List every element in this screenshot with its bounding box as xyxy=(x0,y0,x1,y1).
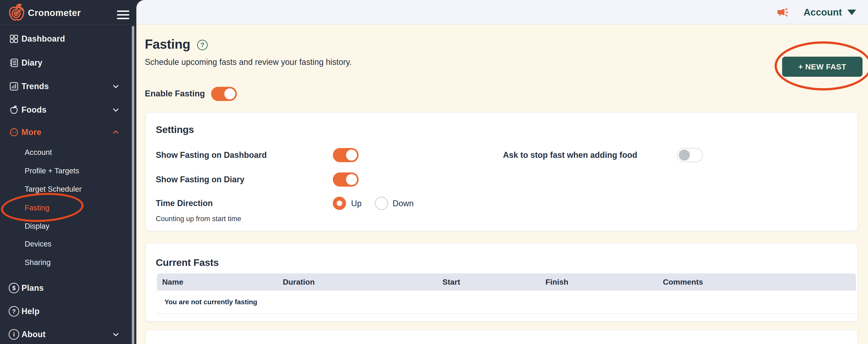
enable-fasting-toggle[interactable] xyxy=(211,87,237,101)
subitem-label: Sharing xyxy=(25,258,51,267)
time-direction-radio-up[interactable] xyxy=(333,197,346,210)
sidebar-item-label: About xyxy=(22,330,45,339)
dollar-circle-icon: $ xyxy=(9,283,19,293)
sidebar-subitem-target-scheduler[interactable]: Target Scheduler xyxy=(0,183,136,196)
sidebar-item-about[interactable]: i About xyxy=(0,327,136,342)
sidebar-item-label: Plans xyxy=(22,283,44,293)
time-direction-radio-down[interactable] xyxy=(375,197,388,210)
show-fasting-dashboard-label: Show Fasting on Dashboard xyxy=(156,150,267,160)
diary-icon xyxy=(9,58,19,68)
sidebar-item-label: Diary xyxy=(22,58,42,68)
apple-icon xyxy=(9,105,19,115)
sidebar-item-more[interactable]: More xyxy=(0,125,136,139)
dashboard-grid-icon xyxy=(9,34,19,44)
column-header-duration: Duration xyxy=(283,274,315,290)
question-circle-icon: ? xyxy=(9,306,19,317)
more-ellipsis-icon xyxy=(9,127,19,137)
sidebar-item-help[interactable]: ? Help xyxy=(0,304,136,319)
current-fasts-table: Name Duration Start Finish Comments You … xyxy=(157,274,856,314)
show-fasting-dashboard-toggle[interactable] xyxy=(333,148,359,162)
sidebar-scrollbar-thumb[interactable] xyxy=(132,26,134,344)
sidebar-item-trends[interactable]: Trends xyxy=(0,79,136,94)
subitem-label: Display xyxy=(25,222,49,230)
settings-card: Settings Show Fasting on Dashboard Show … xyxy=(146,113,858,231)
chevron-down-icon xyxy=(112,105,120,114)
sidebar-item-plans[interactable]: $ Plans xyxy=(0,281,136,295)
info-circle-icon: i xyxy=(9,329,19,340)
sidebar-subitem-account[interactable]: Account xyxy=(0,146,136,159)
page-title: Fasting xyxy=(145,36,190,52)
sidebar-item-label: Help xyxy=(22,307,39,316)
account-menu[interactable]: Account xyxy=(804,7,856,18)
sidebar-item-label: Trends xyxy=(22,82,49,91)
sidebar-subitem-devices[interactable]: Devices xyxy=(0,237,136,251)
empty-fasting-message: You are not currently fasting xyxy=(164,298,257,306)
page-subtitle: Schedule upcoming fasts and review your … xyxy=(145,57,352,67)
current-fasts-heading: Current Fasts xyxy=(156,257,219,268)
trends-chart-icon xyxy=(9,81,19,92)
show-fasting-diary-toggle[interactable] xyxy=(333,173,359,187)
ask-stop-fast-toggle[interactable] xyxy=(677,148,703,162)
history-card-partial xyxy=(146,330,858,344)
chevron-down-icon xyxy=(112,82,120,91)
caret-down-icon xyxy=(847,9,856,15)
sidebar: Cronometer Dashboard Diary Trends Foods xyxy=(0,0,136,344)
sidebar-subitem-fasting[interactable]: Fasting xyxy=(0,201,136,215)
time-direction-up-label: Up xyxy=(351,199,362,208)
show-fasting-diary-label: Show Fasting on Diary xyxy=(156,175,244,184)
time-direction-down-label: Down xyxy=(393,199,414,208)
sidebar-item-dashboard[interactable]: Dashboard xyxy=(0,32,136,46)
current-fasts-card: Current Fasts Name Duration Start Finish… xyxy=(146,243,858,321)
sidebar-item-label: Dashboard xyxy=(22,34,65,43)
main-panel: Account Fasting ? Schedule upcoming fast… xyxy=(136,0,868,344)
time-direction-label: Time Direction xyxy=(156,198,213,208)
sidebar-subitem-sharing[interactable]: Sharing xyxy=(0,256,136,269)
subitem-label: Devices xyxy=(25,240,52,248)
subitem-label: Target Scheduler xyxy=(25,185,82,193)
new-fast-button[interactable]: + NEW FAST xyxy=(782,57,863,77)
subitem-label: Account xyxy=(25,148,52,157)
sidebar-item-foods[interactable]: Foods xyxy=(0,102,136,117)
column-header-finish: Finish xyxy=(546,274,568,290)
chevron-up-icon xyxy=(112,128,120,136)
column-header-start: Start xyxy=(442,274,460,290)
sidebar-item-label: Foods xyxy=(22,105,46,115)
menu-hamburger-icon[interactable] xyxy=(117,10,129,20)
sidebar-subitem-display[interactable]: Display xyxy=(0,220,136,233)
sidebar-item-label: More xyxy=(22,127,41,137)
sidebar-subitem-profile-targets[interactable]: Profile + Targets xyxy=(0,164,136,178)
chevron-down-icon xyxy=(112,330,120,339)
table-empty-row: You are not currently fasting xyxy=(157,290,856,314)
sidebar-item-diary[interactable]: Diary xyxy=(0,56,136,70)
subitem-label: Fasting xyxy=(25,204,49,212)
cronometer-apple-logo-icon xyxy=(7,3,26,22)
time-direction-sublabel: Counting up from start time xyxy=(156,215,241,223)
account-menu-label: Account xyxy=(804,7,842,18)
enable-fasting-label: Enable Fasting xyxy=(145,89,205,98)
settings-heading: Settings xyxy=(156,124,194,135)
topbar: Account xyxy=(136,0,868,25)
column-header-name: Name xyxy=(162,274,183,290)
ask-stop-fast-label: Ask to stop fast when adding food xyxy=(503,150,637,160)
app-title: Cronometer xyxy=(28,8,81,18)
subitem-label: Profile + Targets xyxy=(25,166,79,175)
sidebar-header: Cronometer xyxy=(0,0,136,25)
page-help-icon[interactable]: ? xyxy=(197,40,208,50)
table-header-row: Name Duration Start Finish Comments xyxy=(157,274,856,290)
announcements-megaphone-icon[interactable] xyxy=(776,6,789,19)
column-header-comments: Comments xyxy=(663,274,703,290)
